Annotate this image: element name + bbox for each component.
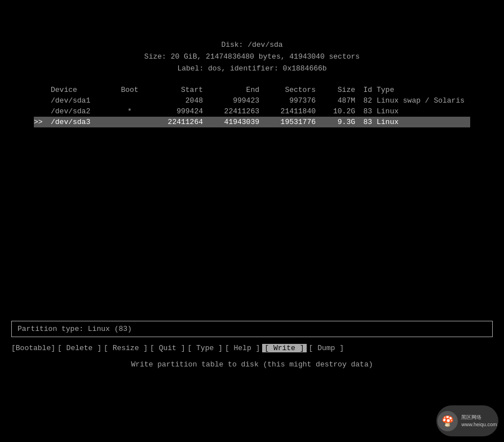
row-end: 999423 — [203, 96, 259, 105]
disk-info: Disk: /dev/sda Size: 20 GiB, 21474836480… — [0, 0, 504, 74]
partition-type-box: Partition type: Linux (83) — [11, 321, 493, 337]
row-id: 82 — [355, 96, 372, 105]
row-size: 9.3G — [316, 118, 355, 126]
menu-item-write[interactable]: [ Write ] — [262, 344, 306, 352]
row-indicator: >> — [34, 118, 51, 126]
row-sectors: 21411840 — [259, 107, 316, 116]
row-sectors: 997376 — [259, 96, 316, 105]
disk-label-line: Label: dos, identifier: 0x1884666b — [0, 63, 504, 75]
menu-item-type[interactable]: [ Type ] — [187, 344, 222, 352]
watermark-label: 黑区网络 — [461, 414, 497, 421]
row-size: 10.2G — [316, 107, 355, 116]
row-boot: * — [113, 107, 147, 116]
watermark: 🍄 黑区网络 www.heiqu.com — [436, 405, 498, 436]
terminal-screen: Disk: /dev/sda Size: 20 GiB, 21474836480… — [0, 0, 504, 442]
row-device: /dev/sda2 — [51, 107, 113, 116]
header-boot: Boot — [113, 86, 147, 94]
header-device: Device — [51, 86, 113, 94]
row-type: Linux — [372, 107, 470, 116]
watermark-icon: 🍄 — [437, 411, 458, 431]
row-device: /dev/sda3 — [51, 118, 113, 126]
menu-item-delete[interactable]: [ Delete ] — [58, 344, 101, 352]
row-id: 83 — [355, 118, 372, 126]
menu-item-bootable[interactable]: [Bootable] — [11, 344, 55, 352]
header-id: Id — [355, 86, 372, 94]
row-start: 999424 — [147, 107, 203, 116]
row-end: 22411263 — [203, 107, 259, 116]
table-row[interactable]: >> /dev/sda3 22411264 41943039 19531776 … — [34, 117, 470, 127]
menu-item-resize[interactable]: [ Resize ] — [104, 344, 148, 352]
header-sectors: Sectors — [259, 86, 316, 94]
row-start: 2048 — [147, 96, 203, 105]
row-boot — [113, 118, 147, 126]
header-indicator — [34, 86, 51, 94]
write-message: Write partition table to disk (this migh… — [11, 360, 493, 369]
row-indicator — [34, 107, 51, 116]
row-indicator — [34, 96, 51, 105]
disk-title: Disk: /dev/sda — [0, 39, 504, 51]
menu-item-quit[interactable]: [ Quit ] — [150, 344, 185, 352]
table-row[interactable]: /dev/sda2 * 999424 22411263 21411840 10.… — [34, 106, 470, 117]
header-end: End — [203, 86, 259, 94]
table-header: Device Boot Start End Sectors Size Id Ty… — [34, 85, 470, 95]
row-type: Linux swap / Solaris — [372, 96, 470, 105]
watermark-site: www.heiqu.com — [461, 421, 497, 428]
menu-bar: [Bootable] [ Delete ] [ Resize ] [ Quit … — [11, 344, 493, 352]
watermark-text: 黑区网络 www.heiqu.com — [461, 414, 497, 428]
header-type: Type — [372, 86, 470, 94]
row-end: 41943039 — [203, 118, 259, 126]
menu-item-dump[interactable]: [ Dump ] — [309, 344, 344, 352]
row-start: 22411264 — [147, 118, 203, 126]
bottom-area: Partition type: Linux (83) [Bootable] [ … — [0, 321, 504, 369]
row-id: 83 — [355, 107, 372, 116]
row-size: 487M — [316, 96, 355, 105]
row-sectors: 19531776 — [259, 118, 316, 126]
menu-item-help[interactable]: [ Help ] — [225, 344, 260, 352]
table-body: /dev/sda1 2048 999423 997376 487M 82 Lin… — [34, 95, 470, 127]
partition-type-text: Partition type: Linux (83) — [17, 325, 132, 333]
table-row[interactable]: /dev/sda1 2048 999423 997376 487M 82 Lin… — [34, 95, 470, 106]
header-start: Start — [147, 86, 203, 94]
partition-table: Device Boot Start End Sectors Size Id Ty… — [0, 85, 504, 127]
row-device: /dev/sda1 — [51, 96, 113, 105]
disk-size-line: Size: 20 GiB, 21474836480 bytes, 4194304… — [0, 51, 504, 63]
row-type: Linux — [372, 118, 470, 126]
row-boot — [113, 96, 147, 105]
header-size: Size — [316, 86, 355, 94]
